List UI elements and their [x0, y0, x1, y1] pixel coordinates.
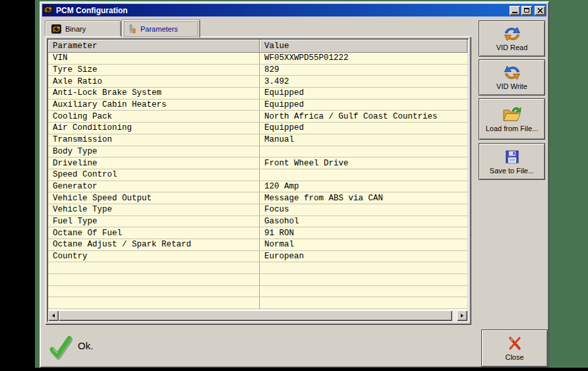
value-cell: 120 Amp — [260, 181, 467, 192]
value-cell: European — [260, 251, 467, 262]
value-cell: 91 RON — [260, 227, 467, 239]
parameter-cell: Speed Control — [48, 169, 260, 181]
parameter-cell: Axle Ratio — [48, 76, 260, 87]
load-from-file-button[interactable]: Load from File... — [479, 98, 545, 140]
vid-read-button[interactable]: VID Read — [479, 20, 545, 57]
horizontal-scrollbar[interactable] — [48, 310, 467, 321]
parameter-cell: Tyre Size — [48, 65, 260, 76]
red-x-icon — [506, 335, 523, 351]
table-body: VINWF05XXWPD55P01222Tyre Size829Axle Rat… — [48, 53, 467, 310]
parameter-cell: Fuel Type — [48, 216, 260, 227]
parameter-cell: Auxiliary Cabin Heaters — [48, 100, 260, 111]
parameter-cell: Body Type — [48, 146, 260, 157]
vid-write-label: VID Write — [496, 82, 527, 90]
sync-read-icon — [503, 26, 521, 42]
value-cell: Message from ABS via CAN — [260, 192, 467, 204]
open-folder-icon — [502, 105, 522, 123]
floppy-disk-icon — [504, 149, 520, 165]
value-cell: 829 — [260, 65, 467, 76]
parameter-cell: Anti-Lock Brake System — [48, 88, 260, 99]
table-row[interactable]: Octane Of Fuel91 RON — [48, 227, 467, 239]
parameter-cell — [48, 286, 260, 297]
screen-edge-bottom — [0, 368, 588, 371]
value-cell: Equipped — [260, 100, 467, 111]
window-title: PCM Configuration — [56, 6, 510, 15]
sync-write-icon — [503, 65, 521, 80]
parameter-cell: Cooling Pack — [48, 111, 260, 122]
value-cell — [260, 146, 467, 157]
value-cell — [260, 286, 467, 297]
table-row[interactable]: Octane Adjust / Spark RetardNormal — [48, 239, 467, 251]
table-row[interactable]: DrivelineFront Wheel Drive — [48, 157, 467, 169]
value-cell: North Africa / Gulf Coast Countries — [260, 111, 467, 122]
value-cell — [260, 274, 467, 285]
table-row[interactable] — [48, 286, 467, 298]
vid-write-button[interactable]: VID Write — [479, 59, 545, 96]
table-row[interactable] — [48, 262, 467, 274]
parameter-cell: Vehicle Speed Output — [48, 192, 260, 204]
table-row[interactable]: Body Type — [48, 146, 467, 158]
value-cell: WF05XXWPD55P01222 — [260, 53, 467, 64]
window-controls — [510, 6, 545, 15]
value-cell — [260, 169, 467, 181]
window-close-button[interactable] — [535, 6, 545, 15]
arrow-left-icon — [52, 314, 55, 318]
arrow-right-icon — [461, 314, 463, 318]
scroll-left-button[interactable] — [48, 310, 59, 321]
value-cell: Focus — [260, 204, 467, 215]
parameters-tab-page: Parameter Value VINWF05XXWPD55P01222Tyre… — [45, 36, 471, 325]
table-row[interactable]: Tyre Size829 — [48, 65, 467, 76]
table-row[interactable] — [48, 274, 467, 286]
table-row[interactable]: Vehicle Speed OutputMessage from ABS via… — [48, 192, 467, 204]
load-from-file-label: Load from File... — [486, 125, 538, 132]
titlebar[interactable]: PCM Configuration — [42, 4, 546, 16]
table-header-row: Parameter Value — [48, 40, 467, 53]
table-row[interactable]: TransmissionManual — [48, 134, 467, 146]
table-row[interactable]: Anti-Lock Brake SystemEquipped — [48, 88, 467, 100]
close-label: Close — [505, 353, 523, 361]
column-header-value[interactable]: Value — [260, 40, 467, 53]
table-row[interactable]: VINWF05XXWPD55P01222 — [48, 53, 467, 65]
app-sync-icon — [44, 5, 53, 16]
close-button[interactable]: Close — [481, 329, 548, 367]
column-header-parameter[interactable]: Parameter — [48, 40, 260, 53]
table-row[interactable]: Speed Control — [48, 169, 467, 181]
table-row[interactable]: Air ConditioningEquipped — [48, 123, 467, 134]
save-to-file-button[interactable]: Save to File... — [479, 143, 545, 180]
parameter-cell: Driveline — [48, 157, 260, 169]
table-row[interactable]: Generator120 Amp — [48, 181, 467, 193]
parameters-table: Parameter Value VINWF05XXWPD55P01222Tyre… — [47, 38, 469, 322]
status-check-icon — [49, 333, 73, 364]
value-cell: Normal — [260, 239, 467, 250]
parameter-cell: VIN — [48, 53, 260, 64]
binary-sync-icon — [51, 24, 61, 34]
parameter-cell — [48, 274, 260, 285]
table-row[interactable]: CountryEuropean — [48, 251, 467, 263]
vid-read-label: VID Read — [496, 43, 528, 51]
value-cell: Equipped — [260, 123, 467, 134]
table-row[interactable]: Cooling PackNorth Africa / Gulf Coast Co… — [48, 111, 467, 123]
table-row[interactable]: Axle Ratio3.492 — [48, 76, 467, 88]
minimize-button[interactable] — [510, 6, 520, 15]
table-row[interactable]: Auxiliary Cabin HeatersEquipped — [48, 100, 467, 111]
value-cell: Equipped — [260, 88, 467, 99]
parameter-cell: Country — [48, 251, 260, 262]
table-row[interactable]: Fuel TypeGasohol — [48, 216, 467, 228]
save-to-file-label: Save to File... — [490, 167, 534, 175]
parameter-cell: Vehicle Type — [48, 204, 260, 215]
value-cell: Front Wheel Drive — [260, 157, 467, 169]
scroll-right-button[interactable] — [457, 310, 467, 321]
table-row[interactable] — [48, 297, 467, 309]
table-row[interactable]: Vehicle TypeFocus — [48, 204, 467, 216]
parameter-cell: Octane Adjust / Spark Retard — [48, 239, 260, 250]
value-cell — [260, 262, 467, 273]
maximize-button[interactable] — [521, 6, 532, 15]
parameter-cell: Octane Of Fuel — [48, 227, 260, 239]
tab-parameters[interactable]: Parameters — [121, 19, 200, 38]
scrollbar-thumb[interactable] — [59, 310, 452, 321]
value-cell: Manual — [260, 134, 467, 146]
maximize-icon — [524, 8, 529, 13]
minimize-icon — [512, 12, 517, 13]
parameter-cell: Air Conditioning — [48, 123, 260, 134]
tab-binary[interactable]: Binary — [45, 20, 121, 37]
